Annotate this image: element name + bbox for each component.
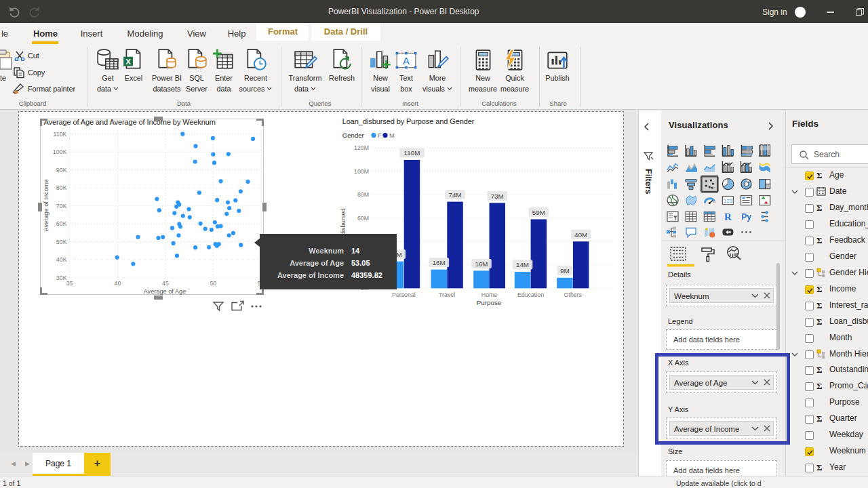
svg-text:F: F [378,132,382,139]
svg-text:M: M [389,132,395,139]
svg-text:74M: 74M [448,191,461,199]
svg-text:Gender: Gender [342,131,365,139]
svg-text:Loan_disbursed by Purpose and: Loan_disbursed by Purpose and Gender [342,117,475,125]
svg-text:16M: 16M [433,259,446,266]
svg-text:123: 123 [724,198,733,204]
svg-text:60M: 60M [357,215,369,222]
svg-text:9M: 9M [560,267,570,274]
svg-text:Others: Others [564,291,583,298]
svg-text:Education: Education [517,291,544,298]
svg-text:59M: 59M [532,209,545,216]
svg-text:14M: 14M [516,261,529,268]
svg-text:Py: Py [741,212,751,222]
svg-text:120M: 120M [354,144,369,151]
svg-text:80M: 80M [357,191,369,198]
svg-text:Purpose: Purpose [477,299,502,306]
svg-text:R: R [724,211,732,222]
svg-text:73M: 73M [491,192,504,200]
svg-text:16M: 16M [475,260,488,268]
svg-text:Personal: Personal [392,291,416,298]
svg-text:100M: 100M [354,168,369,175]
svg-text:110M: 110M [404,149,420,157]
svg-text:Travel: Travel [439,291,455,298]
svg-text:X: X [125,57,131,66]
svg-text:Home: Home [481,291,498,298]
svg-text:40M: 40M [574,231,587,239]
